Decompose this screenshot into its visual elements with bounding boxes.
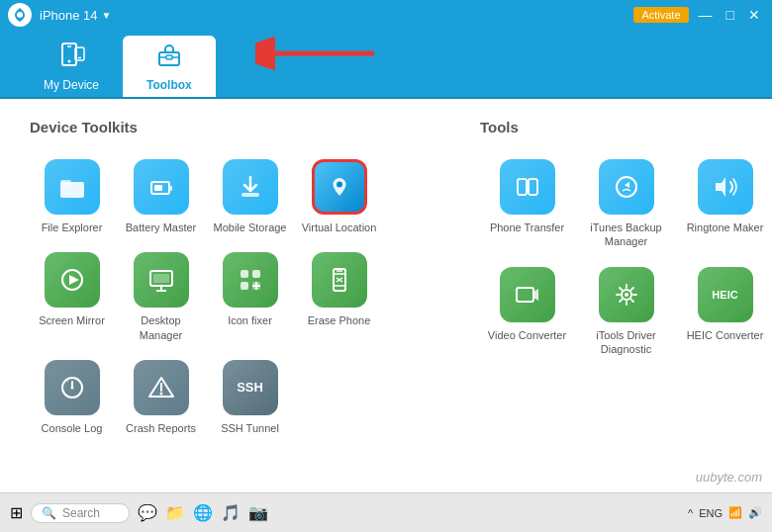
battery-master-label: Battery Master xyxy=(126,221,197,234)
mobile-storage-label: Mobile Storage xyxy=(214,221,287,234)
svg-point-4 xyxy=(68,60,71,63)
virtual-location-icon xyxy=(312,159,367,215)
ssh-tunnel-label: SSH Tunnel xyxy=(221,421,279,435)
ringtone-maker-icon xyxy=(698,159,753,215)
device-toolkits-title: Device Toolkits xyxy=(30,119,381,135)
tool-desktop-manager[interactable]: Desktop Manager xyxy=(119,248,203,346)
svg-rect-47 xyxy=(517,288,533,302)
taskbar-speaker-icon: 🔊 xyxy=(748,506,762,519)
tool-console-log[interactable]: Console Log xyxy=(30,356,114,439)
tool-file-explorer[interactable]: File Explorer xyxy=(30,155,114,238)
heic-converter-icon: HEIC xyxy=(698,267,753,322)
close-button[interactable]: ✕ xyxy=(744,7,764,23)
chevron-down-icon[interactable]: ▼ xyxy=(102,10,112,21)
tool-phone-transfer[interactable]: Phone Transfer xyxy=(480,155,574,253)
tool-itunes-backup[interactable]: iTunes Backup Manager xyxy=(579,155,673,253)
tool-ssh-tunnel[interactable]: SSH SSH Tunnel xyxy=(208,356,292,439)
itunes-backup-label: iTunes Backup Manager xyxy=(583,221,669,249)
svg-rect-24 xyxy=(153,274,169,283)
tools-section: Tools Phone Transfer xyxy=(480,119,772,502)
video-converter-icon xyxy=(500,267,555,322)
ssh-tunnel-icon: SSH xyxy=(223,360,278,415)
tool-itools-driver[interactable]: iTools Driver Diagnostic xyxy=(579,263,673,361)
svg-rect-15 xyxy=(169,186,172,191)
device-name-text: iPhone 14 xyxy=(40,8,98,23)
console-log-icon xyxy=(45,360,100,415)
app-logo xyxy=(8,3,32,27)
svg-marker-20 xyxy=(69,275,79,285)
device-name: iPhone 14 ▼ xyxy=(40,8,111,23)
tool-ringtone-maker[interactable]: Ringtone Maker xyxy=(678,155,772,253)
search-icon: 🔍 xyxy=(42,506,56,520)
itools-driver-icon xyxy=(599,267,654,322)
crash-reports-icon xyxy=(134,360,189,415)
tool-crash-reports[interactable]: Crash Reports xyxy=(119,356,203,439)
svg-rect-27 xyxy=(241,282,248,290)
taskbar-search[interactable]: 🔍 Search xyxy=(31,503,130,523)
svg-point-49 xyxy=(625,293,628,297)
toolbox-icon xyxy=(155,41,183,74)
video-converter-label: Video Converter xyxy=(488,328,566,342)
icon-fixer-icon xyxy=(223,252,278,308)
tool-icon-fixer[interactable]: Icon fixer xyxy=(208,248,292,346)
title-bar-left: iPhone 14 ▼ xyxy=(8,3,111,27)
screen-mirror-icon xyxy=(45,252,100,308)
start-menu-icon[interactable]: ⊞ xyxy=(10,503,23,522)
taskbar-left: ⊞ 🔍 Search 💬 📁 🌐 🎵 📷 xyxy=(10,503,268,523)
file-explorer-label: File Explorer xyxy=(42,221,103,234)
svg-rect-26 xyxy=(252,270,260,278)
phone-transfer-label: Phone Transfer xyxy=(490,221,564,234)
battery-master-icon xyxy=(134,159,189,215)
taskbar-up-icon[interactable]: ^ xyxy=(688,507,693,519)
icon-fixer-label: Icon fixer xyxy=(228,313,272,327)
tool-screen-mirror[interactable]: Screen Mirror xyxy=(30,248,114,346)
svg-rect-25 xyxy=(241,270,248,278)
itunes-backup-icon xyxy=(599,159,654,215)
svg-rect-16 xyxy=(154,185,162,191)
taskbar-folder-icon[interactable]: 📁 xyxy=(165,503,185,522)
taskbar-music-icon[interactable]: 🎵 xyxy=(221,503,241,522)
file-explorer-icon xyxy=(45,159,100,215)
svg-rect-45 xyxy=(529,179,537,195)
svg-line-40 xyxy=(67,381,68,382)
title-bar-controls: Activate — □ ✕ xyxy=(633,7,764,23)
tool-video-converter[interactable]: Video Converter xyxy=(480,263,574,361)
tab-my-device[interactable]: My Device xyxy=(20,36,123,97)
desktop-manager-icon xyxy=(134,252,189,308)
activate-button[interactable]: Activate xyxy=(633,7,688,23)
tool-virtual-location[interactable]: Virtual Location xyxy=(297,155,381,238)
taskbar-chat-icon[interactable]: 💬 xyxy=(138,503,157,522)
maximize-button[interactable]: □ xyxy=(723,7,738,23)
toolbox-label: Toolbox xyxy=(146,78,192,92)
itools-driver-label: iTools Driver Diagnostic xyxy=(583,328,669,357)
phone-transfer-icon xyxy=(500,159,555,215)
tab-toolbox[interactable]: Toolbox xyxy=(123,36,216,97)
svg-point-39 xyxy=(70,386,73,389)
tools-grid: Phone Transfer iTunes Backup Manager xyxy=(480,155,772,360)
virtual-location-label: Virtual Location xyxy=(302,221,377,234)
tool-erase-phone[interactable]: Erase Phone xyxy=(297,248,381,346)
crash-reports-label: Crash Reports xyxy=(126,421,196,435)
device-toolkits-section: Device Toolkits File Explorer xyxy=(30,119,381,502)
svg-rect-44 xyxy=(518,179,527,195)
svg-rect-9 xyxy=(166,55,172,59)
nav-bar: My Device Toolbox xyxy=(0,30,772,99)
minimize-button[interactable]: — xyxy=(695,7,717,23)
erase-phone-icon xyxy=(312,252,367,308)
taskbar-chrome-icon[interactable]: 🌐 xyxy=(193,503,213,522)
search-label: Search xyxy=(62,506,100,520)
taskbar-lang: ENG xyxy=(699,507,723,519)
taskbar-right: ^ ENG 📶 🔊 xyxy=(688,506,762,519)
erase-phone-label: Erase Phone xyxy=(308,313,371,327)
device-toolkits-grid: File Explorer Battery Master xyxy=(30,155,381,439)
desktop-manager-label: Desktop Manager xyxy=(123,313,199,342)
tool-mobile-storage[interactable]: Mobile Storage xyxy=(208,155,292,238)
taskbar-wifi-icon: 📶 xyxy=(728,506,742,519)
title-bar: iPhone 14 ▼ Activate — □ ✕ xyxy=(0,0,772,30)
tool-heic-converter[interactable]: HEIC HEIC Converter xyxy=(678,263,772,361)
taskbar-camera-icon[interactable]: 📷 xyxy=(248,503,268,522)
annotation-arrow xyxy=(255,29,384,82)
svg-point-18 xyxy=(337,182,342,188)
tools-title: Tools xyxy=(480,119,772,135)
tool-battery-master[interactable]: Battery Master xyxy=(119,155,203,238)
